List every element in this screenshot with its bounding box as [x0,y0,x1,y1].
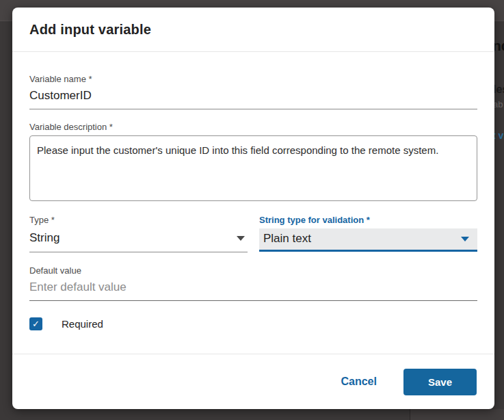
background-divider [410,409,410,420]
string-type-select[interactable]: Plain text [259,228,477,252]
variable-description-group: Variable description * Please input the … [29,122,477,201]
variable-description-textarea[interactable]: Please input the customer's unique ID in… [29,135,477,201]
required-label: Required [62,318,103,330]
type-select[interactable]: String [29,228,248,252]
variable-name-group: Variable name * CustomerID [29,74,477,109]
required-checkbox[interactable]: ✓ [29,317,42,330]
add-input-variable-dialog: Add input variable Variable name * Custo… [12,8,494,409]
variable-description-label: Variable description * [29,122,477,132]
string-type-select-value: Plain text [263,232,311,246]
chevron-down-icon [461,237,469,241]
string-type-group: String type for validation * Plain text [259,215,477,252]
type-group: Type * String [29,215,248,252]
variable-name-input[interactable]: CustomerID [29,88,477,109]
string-type-label: String type for validation * [259,215,477,225]
cancel-button[interactable]: Cancel [341,376,376,388]
required-row: ✓ Required [29,317,477,330]
default-value-input[interactable]: Enter default value [29,279,477,301]
background-text-fragment: les [493,83,504,96]
dialog-header: Add input variable [12,8,494,52]
dialog-footer: Cancel Save [12,354,494,409]
background-text-fragment: ab [493,99,503,109]
type-label: Type * [29,215,248,225]
variable-name-label: Variable name * [29,74,477,84]
default-value-group: Default value Enter default value [29,265,477,301]
dialog-body: Variable name * CustomerID Variable desc… [12,52,494,354]
chevron-down-icon [237,236,245,241]
background-panel [410,409,504,420]
type-select-value: String [29,231,59,245]
type-row: Type * String String type for validation… [29,215,477,252]
save-button[interactable]: Save [403,369,477,395]
dialog-title: Add input variable [29,22,477,38]
default-value-label: Default value [29,265,477,276]
checkmark-icon: ✓ [32,319,40,329]
